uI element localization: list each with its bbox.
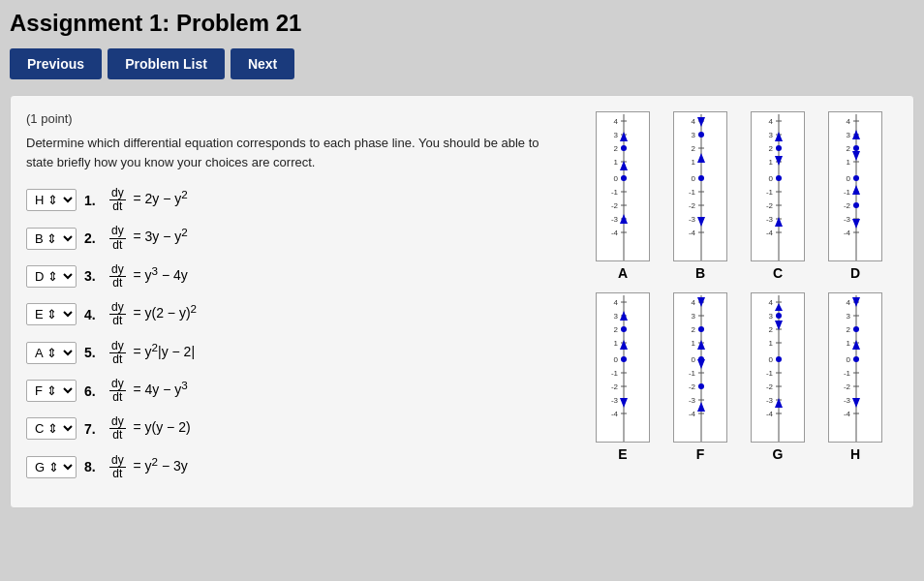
phase-grid-bottom: 4 3 2 1 0 -1 -2 -3 [588, 292, 898, 462]
svg-text:-2: -2 [689, 201, 696, 210]
phase-col-A: 4 3 2 1 0 -1 -2 -3 [588, 111, 658, 281]
eq3-select[interactable]: D ⇕ABCEFGH [26, 265, 77, 288]
eq4-select[interactable]: E ⇕ABCDFGH [26, 303, 77, 325]
svg-text:1: 1 [769, 339, 774, 348]
svg-text:0: 0 [769, 355, 774, 364]
svg-text:-3: -3 [689, 396, 696, 405]
eq7-formula: dydt = y(y − 2) [109, 415, 191, 442]
svg-text:0: 0 [847, 355, 851, 364]
svg-text:0: 0 [614, 174, 619, 183]
phase-diagram-C: 4 3 2 1 0 -1 -2 -3 [751, 111, 805, 261]
svg-text:3: 3 [847, 131, 851, 139]
phase-col-C: 4 3 2 1 0 -1 -2 -3 [743, 111, 813, 281]
svg-point-70 [776, 145, 782, 151]
svg-text:4: 4 [692, 117, 696, 126]
eq1-select[interactable]: H ⇕ABCDEFG [26, 189, 77, 211]
svg-text:3: 3 [614, 312, 619, 321]
eq2-select[interactable]: B ⇕ACDEFGH [26, 228, 77, 250]
phase-diagram-H: 4 3 2 1 0 -1 -2 -3 [828, 292, 882, 443]
eq3-formula: dydt = y3 − 4y [109, 263, 188, 290]
next-button[interactable]: Next [231, 48, 294, 79]
eq8-formula: dydt = y2 − 3y [109, 454, 188, 480]
svg-text:-3: -3 [844, 396, 851, 405]
svg-text:4: 4 [769, 117, 774, 126]
svg-text:4: 4 [614, 298, 619, 307]
svg-text:-2: -2 [766, 201, 774, 210]
svg-marker-171 [775, 303, 783, 311]
phase-diagram-E: 4 3 2 1 0 -1 -2 -3 [596, 292, 650, 443]
phase-label-E: E [618, 446, 627, 462]
svg-marker-191 [852, 398, 860, 408]
svg-text:4: 4 [769, 298, 774, 307]
svg-marker-93 [852, 185, 860, 195]
svg-text:-4: -4 [766, 229, 774, 237]
svg-text:-1: -1 [611, 369, 619, 378]
eq6-formula: dydt = 4y − y3 [109, 378, 188, 404]
svg-marker-43 [697, 217, 705, 227]
phase-svg-F: 4 3 2 1 0 -1 -2 -3 [674, 293, 727, 443]
svg-text:2: 2 [692, 144, 696, 153]
phase-col-D: 4 3 2 1 0 -1 -2 -3 [820, 111, 890, 281]
eq7-number: 7. [84, 421, 102, 437]
svg-text:2: 2 [847, 325, 851, 334]
svg-marker-193 [852, 340, 860, 350]
svg-text:-4: -4 [689, 229, 696, 237]
phase-diagram-A: 4 3 2 1 0 -1 -2 -3 [596, 111, 650, 261]
eq5-formula: dydt = y2|y − 2| [109, 340, 195, 366]
eq5-select[interactable]: A ⇕BCDEFGH [26, 342, 77, 364]
eq7-select[interactable]: C ⇕ABDEFGH [26, 417, 77, 440]
equation-row-7: C ⇕ABDEFGH 7. dydt = y(y − 2) [26, 415, 569, 442]
svg-marker-141 [697, 402, 705, 412]
nav-buttons: Previous Problem List Next [10, 48, 914, 79]
svg-text:4: 4 [847, 298, 851, 307]
phase-col-B: 4 3 2 1 0 -1 -2 -3 [665, 111, 735, 281]
svg-text:3: 3 [847, 312, 851, 321]
svg-text:3: 3 [769, 131, 774, 139]
eq2-number: 2. [84, 230, 102, 246]
previous-button[interactable]: Previous [10, 48, 102, 79]
phase-label-D: D [850, 265, 860, 281]
right-panel: 4 3 2 1 0 -1 -2 -3 [588, 111, 898, 492]
phase-svg-G: 4 3 2 1 0 -1 -2 -3 [752, 293, 805, 443]
problem-list-button[interactable]: Problem List [108, 48, 225, 79]
svg-text:4: 4 [614, 117, 619, 126]
equation-list: H ⇕ABCDEFG 1. dydt = 2y − y2 B ⇕ACDEFGH … [26, 187, 569, 480]
main-content: (1 point) Determine which differential e… [10, 95, 914, 508]
svg-marker-145 [697, 340, 705, 350]
svg-text:-3: -3 [611, 215, 619, 224]
svg-text:4: 4 [692, 298, 696, 307]
svg-marker-95 [852, 151, 860, 161]
svg-text:2: 2 [847, 144, 851, 153]
svg-text:1: 1 [692, 339, 696, 348]
svg-marker-69 [775, 156, 783, 166]
eq6-select[interactable]: F ⇕ABCDEGH [26, 380, 77, 402]
svg-text:2: 2 [692, 325, 696, 334]
svg-text:-3: -3 [766, 215, 774, 224]
svg-text:-4: -4 [611, 229, 619, 237]
eq8-select[interactable]: G ⇕ABCDEFH [26, 456, 77, 478]
svg-text:-2: -2 [689, 382, 696, 391]
svg-text:2: 2 [769, 144, 774, 153]
svg-text:-1: -1 [611, 188, 619, 197]
svg-text:-2: -2 [766, 382, 774, 391]
svg-text:0: 0 [692, 355, 696, 364]
svg-text:-2: -2 [844, 201, 851, 210]
svg-text:0: 0 [847, 174, 851, 183]
svg-text:3: 3 [614, 131, 619, 139]
equation-row-5: A ⇕BCDEFGH 5. dydt = y2|y − 2| [26, 340, 569, 366]
svg-text:-2: -2 [844, 382, 851, 391]
phase-svg-E: 4 3 2 1 0 -1 -2 -3 [597, 293, 650, 443]
svg-point-118 [621, 356, 627, 362]
equation-row-2: B ⇕ACDEFGH 2. dydt = 3y − y2 [26, 225, 569, 251]
eq4-formula: dydt = y(2 − y)2 [109, 301, 197, 327]
svg-point-144 [698, 356, 704, 362]
equation-row-1: H ⇕ABCDEFG 1. dydt = 2y − y2 [26, 187, 569, 213]
svg-point-68 [776, 175, 782, 181]
svg-point-22 [621, 145, 627, 151]
svg-text:-4: -4 [689, 410, 696, 418]
svg-point-94 [853, 175, 859, 181]
svg-marker-23 [620, 132, 628, 141]
phase-col-E: 4 3 2 1 0 -1 -2 -3 [588, 292, 658, 462]
svg-marker-47 [697, 117, 705, 127]
phase-label-G: G [773, 446, 784, 462]
